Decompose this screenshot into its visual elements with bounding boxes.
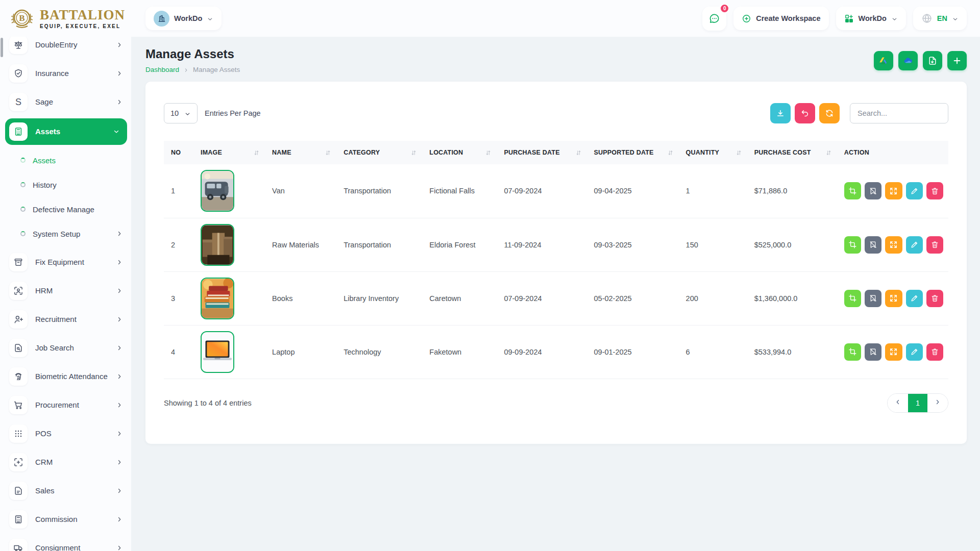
sidebar-item-label: Fix Equipment [35, 258, 108, 267]
messages-button[interactable]: 0 [702, 7, 726, 31]
cell-action [837, 164, 948, 218]
sidebar-item-job-search[interactable]: Job Search [9, 336, 126, 360]
column-header-purchase-cost[interactable]: PURCHASE COST [747, 141, 837, 164]
edit-button[interactable] [906, 343, 923, 361]
column-header-category[interactable]: CATEGORY [336, 141, 422, 164]
chevron-down-icon [113, 128, 120, 135]
column-header-quantity[interactable]: QUANTITY [679, 141, 747, 164]
edit-button[interactable] [906, 182, 923, 199]
sidebar-item-insurance[interactable]: Insurance [9, 61, 126, 86]
page-number-button[interactable]: 1 [908, 394, 927, 412]
pencil-icon [910, 347, 919, 356]
bullet-icon [20, 207, 26, 212]
barcode-button[interactable] [844, 236, 861, 254]
bookmark-slash-icon [869, 187, 877, 195]
apps-menu-button[interactable]: WorkDo [836, 7, 906, 30]
sidebar-item-crm[interactable]: CRM [9, 450, 126, 474]
expand-button[interactable] [885, 343, 902, 361]
barcode-button[interactable] [844, 182, 861, 199]
column-header-label: QUANTITY [686, 149, 720, 156]
plus-circle-icon [742, 14, 751, 23]
sidebar-item-commission[interactable]: Commission [9, 507, 126, 532]
column-header-label: CATEGORY [344, 149, 380, 156]
delete-button[interactable] [926, 236, 943, 254]
barcode-button[interactable] [844, 343, 861, 361]
sidebar-item-sage[interactable]: SSage [9, 90, 126, 114]
expand-button[interactable] [885, 236, 902, 254]
sort-icon [253, 149, 260, 156]
entries-per-page-select[interactable]: 10 [164, 103, 198, 123]
sidebar-subitem-defective-manage[interactable]: Defective Manage [9, 198, 126, 220]
google-drive-button[interactable] [874, 51, 893, 70]
sidebar-item-label: Recruitment [35, 315, 108, 324]
cell-no: 3 [164, 271, 193, 325]
sidebar-subitem-history[interactable]: History [9, 173, 126, 196]
sort-icon [736, 149, 742, 156]
globe-icon [921, 13, 933, 24]
sidebar-item-label: Consignment [35, 543, 108, 551]
sidebar-item-assets[interactable]: Assets [5, 118, 127, 145]
breadcrumb-dashboard-link[interactable]: Dashboard [145, 66, 179, 73]
column-header-image[interactable]: IMAGE [193, 141, 265, 164]
sidebar-item-pos[interactable]: POS [9, 421, 126, 446]
workspace-selector[interactable]: WorkDo [145, 7, 222, 30]
unbookmark-button[interactable] [865, 182, 881, 199]
sidebar-item-recruitment[interactable]: Recruitment [9, 307, 126, 332]
table-header-row: NOIMAGENAMECATEGORYLOCATIONPURCHASE DATE… [164, 141, 948, 164]
chevron-right-icon [116, 259, 123, 266]
edit-button[interactable] [906, 236, 923, 254]
sidebar-item-procurement[interactable]: Procurement [9, 393, 126, 417]
shield-check-icon [9, 64, 28, 83]
sidebar-menu: DoubleEntryInsuranceSSageAssetsAssetsHis… [9, 37, 126, 551]
asset-image-van [201, 170, 234, 212]
sidebar-item-label: Procurement [35, 400, 108, 410]
language-selector[interactable]: EN [913, 7, 967, 30]
search-input[interactable] [850, 103, 948, 123]
onedrive-button[interactable] [898, 51, 918, 70]
column-header-name[interactable]: NAME [265, 141, 336, 164]
barcode-button[interactable] [844, 290, 861, 307]
next-page-button[interactable] [927, 394, 948, 412]
reset-button[interactable] [795, 103, 815, 123]
sidebar-item-biometric-attendance[interactable]: Biometric Attendance [9, 364, 126, 389]
unbookmark-button[interactable] [865, 343, 881, 361]
sidebar-item-hrm[interactable]: HRM [9, 279, 126, 303]
expand-button[interactable] [885, 182, 902, 199]
unbookmark-button[interactable] [865, 290, 881, 307]
edit-button[interactable] [906, 290, 923, 307]
delete-button[interactable] [926, 343, 943, 361]
sidebar-item-sales[interactable]: Sales [9, 479, 126, 503]
row-actions [844, 182, 943, 199]
topbar: WorkDo 0 Create Workspace WorkDo EN [131, 0, 980, 37]
expand-button[interactable] [885, 290, 902, 307]
column-header-location[interactable]: LOCATION [422, 141, 497, 164]
file-import-icon [927, 56, 938, 66]
create-workspace-button[interactable]: Create Workspace [733, 7, 828, 30]
cell-purchase-cost: $525,000.0 [747, 218, 837, 271]
delete-button[interactable] [926, 290, 943, 307]
column-header-supported-date[interactable]: SUPPORTED DATE [587, 141, 679, 164]
sidebar-item-label: Assets [35, 127, 105, 137]
sidebar-subitem-assets[interactable]: Assets [9, 149, 126, 171]
sidebar-item-fix-equipment[interactable]: Fix Equipment [9, 250, 126, 274]
sidebar-subitem-system-setup[interactable]: System Setup [9, 222, 126, 245]
grid-plus-icon [844, 14, 854, 23]
chevron-right-icon [116, 316, 123, 323]
sidebar-item-doubleentry[interactable]: DoubleEntry [9, 37, 126, 57]
import-button[interactable] [923, 51, 942, 70]
unbookmark-button[interactable] [865, 236, 881, 254]
cell-category: Transportation [336, 164, 422, 218]
add-asset-button[interactable] [947, 51, 967, 70]
brand-logo[interactable]: B BATTALION EQUIP, EXECUTE, EXEL [0, 0, 131, 37]
sort-icon [667, 149, 674, 156]
pencil-icon [910, 294, 919, 303]
app: B BATTALION EQUIP, EXECUTE, EXEL WorkDo … [0, 0, 980, 551]
refresh-button[interactable] [819, 103, 840, 123]
column-header-purchase-date[interactable]: PURCHASE DATE [497, 141, 586, 164]
export-button[interactable] [770, 103, 791, 123]
sidebar-item-consignment[interactable]: Consignment [9, 536, 126, 551]
previous-page-button[interactable] [888, 394, 908, 412]
column-header-label: SUPPORTED DATE [594, 149, 654, 156]
delete-button[interactable] [926, 182, 943, 199]
sidebar-scrollbar[interactable] [1, 38, 3, 57]
